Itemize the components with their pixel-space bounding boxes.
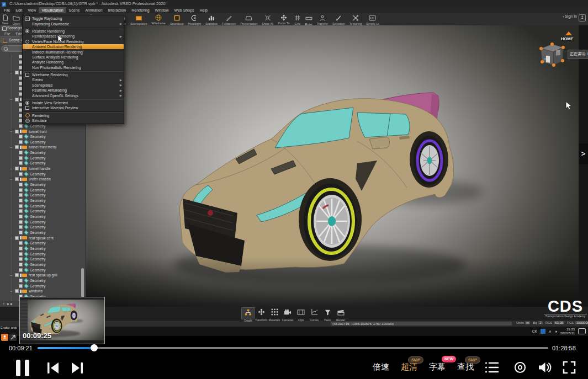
view-cube[interactable]: LEFT <box>536 40 566 68</box>
tree-group-row[interactable]: −under chassis <box>0 177 81 182</box>
coordinates-field[interactable]: (48.202715, -1385.102575, 2757.100000) <box>330 321 512 326</box>
tree-geometry-row[interactable]: Geometry <box>0 209 81 214</box>
tree-checkbox[interactable] <box>19 199 23 202</box>
speaker-user-icon[interactable] <box>1 334 8 341</box>
tree-group-row[interactable]: −rear speak cent <box>0 235 81 241</box>
subtitles-button[interactable]: 字幕 <box>429 362 446 372</box>
tree-checkbox[interactable] <box>19 183 23 186</box>
tree-checkbox[interactable] <box>19 257 23 261</box>
tree-checkbox[interactable] <box>19 156 23 160</box>
quick-graph[interactable]: Graph <box>241 307 255 319</box>
taskbar-clock[interactable]: 19:332020/8/11 <box>560 328 575 335</box>
progress-handle[interactable] <box>91 344 98 351</box>
menu-edit[interactable]: Edit <box>13 7 25 13</box>
viz-menu-item-raytracing-downscale[interactable]: Raytracing Downscale▶ <box>23 21 124 26</box>
tree-toggle[interactable]: − <box>9 98 13 101</box>
tree-checkbox[interactable] <box>15 145 19 149</box>
tree-geometry-row[interactable]: Geometry <box>0 150 81 156</box>
tree-group-row[interactable]: −tunnel front metal <box>0 145 81 150</box>
tree-geometry-row[interactable]: Geometry <box>0 278 81 284</box>
tree-geometry-row[interactable]: Geometry <box>0 171 81 177</box>
tree-geometry-row[interactable]: Geometry <box>0 267 81 273</box>
menu-interaction[interactable]: Interaction <box>105 7 129 13</box>
tree-toggle[interactable]: − <box>9 236 13 239</box>
tree-toggle[interactable]: − <box>9 178 13 181</box>
toolbar-wireframe[interactable]: Wireframe <box>150 14 168 26</box>
menu-window[interactable]: Window <box>152 7 172 13</box>
tree-group-row[interactable]: −rear speak up grill <box>0 273 81 278</box>
viz-menu-item-vertex-face-normal-rendering[interactable]: Vertex/Face Normal Rendering <box>23 39 124 44</box>
home-icon[interactable] <box>565 31 572 35</box>
tree-toggle[interactable]: − <box>9 130 13 133</box>
tree-checkbox[interactable] <box>19 247 23 250</box>
tree-geometry-row[interactable]: Geometry <box>0 230 81 236</box>
viz-menu-item-non-photorealistic-rendering[interactable]: Non Photorealistic Rendering <box>23 65 124 70</box>
viz-menu-item-renderpasses-rendering[interactable]: Renderpasses Rendering▶ <box>23 34 124 39</box>
tree-geometry-row[interactable]: Geometry <box>0 134 81 140</box>
quick-curves[interactable]: Curves <box>308 307 321 319</box>
tree-checkbox[interactable] <box>19 215 23 218</box>
quick-vsets[interactable]: Vsets <box>321 307 334 319</box>
share-screen-icon[interactable] <box>9 334 17 341</box>
tree-geometry-row[interactable]: Geometry <box>0 262 81 268</box>
tree-geometry-row[interactable]: Geometry <box>0 219 81 225</box>
tree-geometry-row[interactable]: Geometry <box>0 193 81 198</box>
tree-checkbox[interactable] <box>19 135 23 138</box>
tree-group-row[interactable]: −tunnel front <box>0 129 81 134</box>
volume-tray-icon[interactable]: 🕩 <box>555 329 557 334</box>
tree-checkbox[interactable] <box>19 268 23 272</box>
ime-label[interactable]: CK <box>532 329 537 333</box>
menu-scene[interactable]: Scene <box>66 7 83 13</box>
viz-menu-item-sceneplates[interactable]: Sceneplates▶ <box>23 83 124 88</box>
viz-menu-item-analytic-rendering[interactable]: Analytic Rendering <box>23 60 124 65</box>
viz-menu-item-toggle-raytracing[interactable]: RTToggle Raytracing <box>23 16 124 21</box>
tree-checkbox[interactable] <box>19 263 23 266</box>
viz-menu-item-advanced-opengl-settings[interactable]: Advanced OpenGL Settings▶ <box>23 93 124 98</box>
menu-file[interactable]: File <box>1 7 13 13</box>
tree-geometry-row[interactable]: Geometry <box>0 251 81 257</box>
progress-bar[interactable] <box>38 347 548 349</box>
tree-toggle[interactable]: − <box>9 290 13 293</box>
sign-in-button[interactable]: ▾ Sign In <box>563 14 577 18</box>
pause-button[interactable] <box>15 359 30 377</box>
volume-icon[interactable] <box>538 361 552 374</box>
tree-checkbox[interactable] <box>15 289 19 293</box>
tree-geometry-row[interactable]: Geometry <box>0 140 81 145</box>
quick-cameras[interactable]: Cameras <box>281 307 294 319</box>
tree-checkbox[interactable] <box>19 188 23 192</box>
tree-group-row[interactable]: −tunnel handle <box>0 166 81 172</box>
tree-checkbox[interactable] <box>19 161 23 165</box>
playlist-icon[interactable] <box>485 361 499 374</box>
viz-menu-item-rendering[interactable]: Rendering <box>23 113 124 118</box>
status-field-rcs[interactable]: RCS 63.35 <box>545 321 565 324</box>
quick-render[interactable]: Render <box>334 307 347 319</box>
tree-geometry-row[interactable]: Geometry <box>0 241 81 246</box>
tree-checkbox[interactable] <box>19 279 23 282</box>
tree-toggle[interactable]: − <box>9 71 13 74</box>
tree-geometry-row[interactable]: Geometry <box>0 283 81 289</box>
tray-expand-icon[interactable]: ∧ <box>549 329 552 334</box>
tree-group-row[interactable]: −windows <box>0 289 81 294</box>
notification-icon[interactable] <box>578 328 586 334</box>
tree-checkbox[interactable] <box>15 177 19 181</box>
tree-checkbox[interactable] <box>15 167 19 170</box>
tree-checkbox[interactable] <box>15 71 19 74</box>
tree-checkbox[interactable] <box>19 209 23 213</box>
tree-checkbox[interactable] <box>15 130 19 134</box>
tree-checkbox[interactable] <box>19 140 23 144</box>
tree-geometry-row[interactable]: Geometry <box>0 198 81 204</box>
preview-thumbnail[interactable]: 00:09:25 <box>19 297 105 344</box>
tree-toggle[interactable]: − <box>9 146 13 149</box>
viz-menu-item-interactive-material-preview[interactable]: Interactive Material Preview <box>23 105 124 110</box>
timeline-bar[interactable]: ＋ ● ● <box>0 301 22 307</box>
menu-help[interactable]: Help <box>197 7 210 13</box>
viz-menu-item-simulate[interactable]: Simulate <box>23 118 124 123</box>
quick-clips[interactable]: Clips <box>294 307 308 319</box>
tree-checkbox[interactable] <box>19 252 23 256</box>
record-icon[interactable] <box>513 361 527 374</box>
next-button[interactable] <box>71 361 84 375</box>
viz-menu-item-stereo[interactable]: Stereo▶ <box>23 77 124 82</box>
tree-checkbox[interactable] <box>19 124 23 128</box>
scenegraph-menu-file[interactable]: File <box>2 32 12 36</box>
toolbar-zoom-to[interactable]: Zoom To <box>276 14 292 26</box>
